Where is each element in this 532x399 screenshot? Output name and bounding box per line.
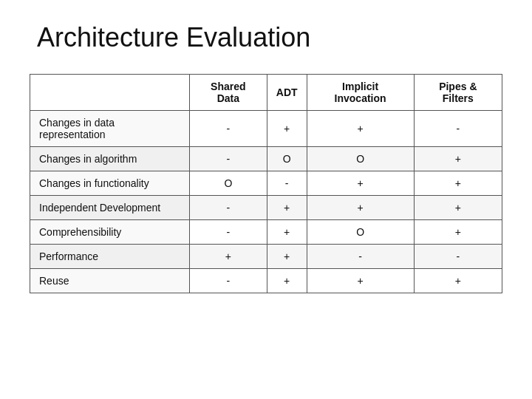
evaluation-table: Shared Data ADT Implicit Invocation Pipe… [30, 74, 502, 293]
row-value: O [189, 171, 267, 196]
col-header-adt: ADT [267, 75, 307, 111]
row-value: + [414, 196, 502, 220]
row-criterion: Comprehensibility [30, 220, 190, 245]
table-row: Comprehensibility-+O+ [30, 220, 502, 245]
row-value: + [189, 245, 267, 269]
row-value: + [307, 269, 414, 293]
row-value: O [307, 147, 414, 171]
row-criterion: Changes in data representation [30, 111, 190, 147]
row-value: + [267, 196, 307, 220]
row-criterion: Changes in algorithm [30, 147, 190, 171]
row-value: - [267, 171, 307, 196]
table-row: Changes in functionalityO-++ [30, 171, 502, 196]
row-value: O [307, 220, 414, 245]
row-value: + [307, 196, 414, 220]
col-header-implicit-invocation: Implicit Invocation [307, 75, 414, 111]
row-value: + [267, 111, 307, 147]
table-row: Reuse-+++ [30, 269, 502, 293]
row-value: O [267, 147, 307, 171]
col-header-empty [30, 75, 190, 111]
row-criterion: Reuse [30, 269, 190, 293]
table-row: Independent Development-+++ [30, 196, 502, 220]
table-row: Performance++-- [30, 245, 502, 269]
row-value: + [307, 111, 414, 147]
col-header-shared-data: Shared Data [189, 75, 267, 111]
row-value: - [414, 245, 502, 269]
table-row: Changes in algorithm-OO+ [30, 147, 502, 171]
row-value: + [267, 245, 307, 269]
row-value: + [414, 269, 502, 293]
row-value: + [267, 269, 307, 293]
row-criterion: Changes in functionality [30, 171, 190, 196]
col-header-pipes-filters: Pipes & Filters [414, 75, 502, 111]
row-value: - [414, 111, 502, 147]
row-value: - [189, 111, 267, 147]
row-value: - [189, 220, 267, 245]
row-value: + [414, 147, 502, 171]
row-criterion: Independent Development [30, 196, 190, 220]
row-value: - [189, 196, 267, 220]
row-value: - [307, 245, 414, 269]
table-row: Changes in data representation-++- [30, 111, 502, 147]
row-value: + [267, 220, 307, 245]
row-value: - [189, 269, 267, 293]
page-title: Architecture Evaluation [37, 22, 310, 53]
row-value: - [189, 147, 267, 171]
row-criterion: Performance [30, 245, 190, 269]
row-value: + [307, 171, 414, 196]
row-value: + [414, 220, 502, 245]
row-value: + [414, 171, 502, 196]
